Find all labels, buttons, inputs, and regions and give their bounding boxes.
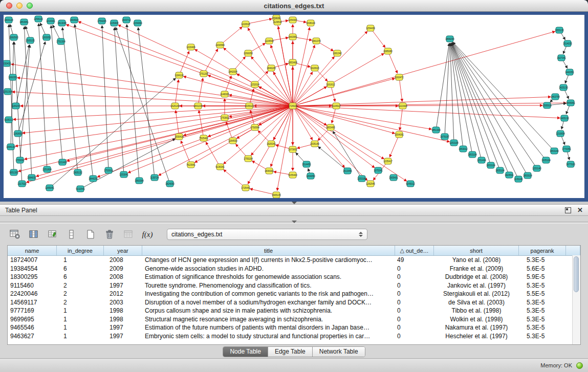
graph-node-label: 9155403 — [288, 174, 297, 177]
table-row[interactable]: 1938455462009Genome-wide association stu… — [8, 265, 580, 273]
graph-node-label: 1440351 — [565, 71, 574, 74]
tab-node-table[interactable]: Node Table — [223, 347, 268, 357]
table-row[interactable]: 1830029562008Estimation of significance … — [8, 273, 580, 281]
table-tabs-row: Node Table Edge Table Network Table — [0, 345, 588, 358]
window-controls — [0, 3, 33, 9]
graph-node-label: 1930414 — [175, 136, 184, 138]
tab-network-table[interactable]: Network Table — [313, 347, 365, 357]
table-cell: 2003 — [104, 298, 142, 307]
column-header-short[interactable]: short — [434, 246, 519, 255]
graph-edge — [293, 31, 555, 106]
window-zoom-button[interactable] — [27, 3, 33, 9]
column-button[interactable] — [65, 228, 78, 241]
table-cell: Corpus callosum shape and size in male p… — [142, 307, 395, 315]
table-cell: Tourette syndrome. Phenomenology and cla… — [142, 281, 395, 290]
table-cell: Tibbo et al. (1998) — [434, 307, 519, 315]
table-cell: Yano et al. (2008) — [434, 256, 519, 265]
graph-edge — [451, 43, 500, 170]
graph-node-label: 1253181 — [357, 178, 366, 180]
import-table-button[interactable] — [122, 228, 135, 241]
graph-node-label: 1317020 — [17, 183, 27, 185]
column-header-name[interactable]: name — [8, 246, 57, 255]
table-options-button[interactable] — [8, 228, 21, 241]
graph-node-label: 1679197 — [440, 136, 449, 138]
graph-edge — [116, 28, 170, 184]
graph-node-label: 1960364 — [135, 180, 144, 182]
graph-edge — [24, 27, 32, 178]
panel-splitter[interactable] — [0, 202, 588, 204]
table-source-dropdown[interactable]: citations_edges.txt — [167, 229, 367, 240]
function-builder-button[interactable]: f(x) — [141, 228, 154, 241]
table-cell: 1 — [57, 332, 104, 341]
graph-node-label: 1405130 — [560, 117, 569, 120]
graph-node-label: 1846205 — [267, 67, 276, 70]
table-toolbar: f(x) citations_edges.txt — [0, 224, 588, 245]
graph-edge — [400, 106, 403, 130]
column-header-year[interactable]: year — [104, 246, 142, 255]
table-panel-title: Table Panel — [5, 207, 37, 214]
table-cell: Embryonic stem cells: a model to study s… — [142, 332, 395, 341]
new-table-button[interactable] — [84, 228, 97, 241]
table-cell: Franke et al. (2009) — [434, 265, 519, 273]
column-header-in-degree[interactable]: in_degree — [57, 246, 104, 255]
table-row[interactable]: 2242004622012Investigating the contribut… — [8, 290, 580, 298]
table-row[interactable]: 977716911998Corpus callosum shape and si… — [8, 307, 580, 315]
tab-edge-table[interactable]: Edge Table — [268, 347, 313, 357]
graph-node-label: 1060351 — [8, 76, 17, 79]
graph-node-label: 1841035 — [193, 105, 203, 107]
table-cell: 5.3E-5 — [519, 298, 566, 307]
table-cell: 1 — [57, 256, 104, 265]
graph-node-label: 1148305 — [220, 93, 229, 96]
table-row[interactable]: 946554611997Estimation of the future num… — [8, 323, 580, 332]
table-cell: 19384554 — [8, 265, 57, 273]
graph-edge — [293, 53, 384, 106]
attribute-divider[interactable] — [0, 222, 588, 224]
table-header-row: name in_degree year title △ out_de… shor… — [8, 246, 580, 256]
graph-node-label: 1184205 — [11, 105, 20, 107]
table-row[interactable]: 911546021997Tourette syndrome. Phenomeno… — [8, 281, 580, 290]
column-header-out-degree[interactable]: △ out_de… — [395, 246, 434, 255]
graph-node-label: 1404920 — [70, 19, 79, 21]
graph-node-label: 1254439 — [366, 27, 375, 30]
table-cell: Dudbridge et al. (2008) — [434, 273, 519, 281]
table-cell: 5.3E-5 — [519, 281, 566, 290]
network-window: citations_edges.txt 17240201853408162061… — [0, 0, 588, 202]
table-cell: 0 — [395, 265, 434, 273]
delete-table-button[interactable] — [103, 228, 116, 241]
table-row[interactable]: 969969511998Structural magnetic resonanc… — [8, 315, 580, 324]
desktop-background: citations_edges.txt 17240201853408162061… — [0, 0, 588, 202]
graph-node-label: 1853495 — [326, 126, 335, 129]
table-cell: Changes of HCN gene expression and I(f) … — [142, 256, 395, 265]
edit-columns-button[interactable] — [46, 228, 59, 241]
float-panel-button[interactable] — [565, 207, 571, 213]
graph-node-label: 1232014 — [250, 83, 259, 86]
divider-handle-icon[interactable] — [292, 221, 297, 223]
graph-node-label: 1210654 — [556, 133, 565, 135]
column-header-pagerank[interactable]: pagerank — [519, 246, 566, 255]
show-columns-button[interactable] — [27, 228, 40, 241]
graph-node-label: 1160472 — [395, 76, 404, 79]
window-close-button[interactable] — [6, 3, 12, 9]
window-minimize-button[interactable] — [16, 3, 23, 9]
graph-edge — [206, 142, 220, 167]
scrollbar-thumb[interactable] — [574, 256, 579, 292]
column-header-title[interactable]: title — [142, 246, 395, 255]
memory-status-indicator[interactable] — [576, 362, 583, 369]
table-cell: 0 — [395, 273, 434, 281]
table-row[interactable]: 1872400712008Changes of HCN gene express… — [8, 256, 580, 265]
graph-canvas[interactable]: 1724020185340816206151161612210491718534… — [4, 15, 584, 198]
splitter-handle-icon[interactable] — [292, 202, 297, 204]
table-scrollbar[interactable] — [572, 255, 580, 344]
table-row[interactable]: 1456911722003Disruption of a novel membe… — [8, 298, 580, 307]
table-cell: Estimation of significance thresholds fo… — [142, 273, 395, 281]
table-row[interactable]: 946362711997Embryonic stem cells: a mode… — [8, 332, 580, 341]
graph-node-label: 1905401 — [389, 177, 398, 179]
close-panel-button[interactable]: ✕ — [577, 207, 583, 213]
graph-node-label: 2251804 — [42, 168, 52, 171]
table-type-segmented-control: Node Table Edge Table Network Table — [223, 346, 365, 357]
window-titlebar[interactable]: citations_edges.txt — [0, 0, 588, 12]
graph-edge — [115, 28, 124, 174]
table-cell: 2 — [57, 290, 104, 298]
network-view-frame: 1724020185340816206151161612210491718534… — [0, 11, 588, 202]
table-cell: 2008 — [104, 256, 142, 265]
